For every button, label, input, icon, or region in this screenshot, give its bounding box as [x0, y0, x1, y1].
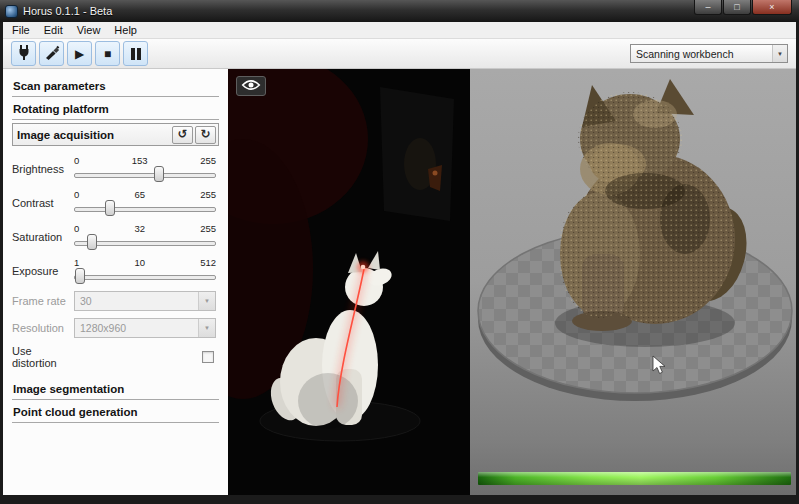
- window-controls: – □ ×: [694, 0, 792, 15]
- slider-value: 10: [134, 257, 145, 268]
- section-label: Point cloud generation: [13, 406, 138, 418]
- resolution-control: Resolution 1280x960 ▼: [12, 318, 219, 338]
- frame-rate-value: 30: [75, 295, 198, 307]
- dropdown-label: Frame rate: [12, 295, 74, 307]
- slider-min: 0: [74, 223, 79, 234]
- use-distortion-control: Use distortion: [12, 345, 219, 369]
- section-image-acquisition[interactable]: Image acquisition ↺ ↻: [12, 123, 219, 146]
- menu-item-view[interactable]: View: [70, 23, 108, 37]
- menu-item-file[interactable]: File: [5, 23, 37, 37]
- checkbox-label: Use distortion: [12, 345, 74, 369]
- camera-feed-illustration: [228, 69, 470, 495]
- preferences-button[interactable]: [39, 41, 64, 66]
- section-label: Scan parameters: [13, 80, 106, 92]
- saturation-control: Saturation 0 32 255: [12, 223, 219, 250]
- saturation-slider[interactable]: [74, 234, 216, 250]
- slider-thumb[interactable]: [87, 234, 97, 250]
- menubar: File Edit View Help: [3, 22, 796, 39]
- pause-icon: [130, 48, 142, 60]
- undo-button[interactable]: ↺: [172, 126, 193, 144]
- tool-icon: [44, 44, 60, 63]
- resolution-select: 1280x960 ▼: [74, 318, 216, 338]
- menu-item-help[interactable]: Help: [107, 23, 144, 37]
- frame-rate-select: 30 ▼: [74, 291, 216, 311]
- slider-label: Brightness: [12, 163, 74, 175]
- settings-panel: Scan parameters Rotating platform Image …: [3, 69, 228, 495]
- title-bar[interactable]: Horus 0.1.1 - Beta – □ ×: [0, 0, 799, 22]
- section-header-buttons: ↺ ↻: [172, 126, 216, 144]
- app-window: Horus 0.1.1 - Beta – □ × File Edit View …: [0, 0, 799, 504]
- pause-button[interactable]: [123, 41, 148, 66]
- section-scan-parameters[interactable]: Scan parameters: [12, 76, 219, 97]
- dropdown-label: Resolution: [12, 322, 74, 334]
- section-rotating-platform[interactable]: Rotating platform: [12, 99, 219, 120]
- resolution-value: 1280x960: [75, 322, 198, 334]
- contrast-slider[interactable]: [74, 200, 216, 216]
- main-area: Scan parameters Rotating platform Image …: [3, 69, 796, 495]
- slider-label: Contrast: [12, 197, 74, 209]
- slider-value: 153: [132, 155, 148, 166]
- slider-label: Saturation: [12, 231, 74, 243]
- section-label: Image acquisition: [17, 129, 114, 141]
- brightness-slider[interactable]: [74, 166, 216, 182]
- eye-icon: [241, 79, 261, 94]
- slider-min: 0: [74, 189, 79, 200]
- restore-default-button[interactable]: ↻: [195, 126, 216, 144]
- slider-thumb[interactable]: [154, 166, 164, 182]
- scan-progress-bar: [478, 472, 791, 485]
- window-title: Horus 0.1.1 - Beta: [23, 5, 689, 17]
- play-icon: ▶: [75, 48, 84, 60]
- app-icon: [5, 5, 18, 18]
- play-button[interactable]: ▶: [67, 41, 92, 66]
- chevron-down-icon: ▼: [198, 292, 215, 310]
- chevron-down-icon: ▼: [198, 319, 215, 337]
- brightness-control: Brightness 0 153 255: [12, 155, 219, 182]
- plug-icon: [16, 44, 32, 63]
- exposure-slider[interactable]: [74, 268, 216, 284]
- camera-feed-panel: [228, 69, 470, 495]
- minimize-button[interactable]: –: [694, 0, 722, 15]
- workbench-select-value: Scanning workbench: [636, 48, 733, 60]
- close-button[interactable]: ×: [752, 0, 792, 15]
- slider-thumb[interactable]: [75, 268, 85, 284]
- frame-rate-control: Frame rate 30 ▼: [12, 291, 219, 311]
- maximize-button[interactable]: □: [723, 0, 751, 15]
- slider-min: 1: [74, 257, 79, 268]
- slider-max: 512: [200, 257, 216, 268]
- toggle-preview-button[interactable]: [236, 76, 266, 96]
- slider-value: 65: [134, 189, 145, 200]
- section-label: Image segmentation: [13, 383, 124, 395]
- 3d-viewport[interactable]: [470, 69, 796, 495]
- section-point-cloud-generation[interactable]: Point cloud generation: [12, 402, 219, 423]
- slider-value: 32: [134, 223, 145, 234]
- image-acquisition-controls: Brightness 0 153 255 Contrast: [12, 148, 219, 379]
- slider-min: 0: [74, 155, 79, 166]
- menu-item-edit[interactable]: Edit: [37, 23, 70, 37]
- section-label: Rotating platform: [13, 103, 109, 115]
- connect-button[interactable]: [11, 41, 36, 66]
- toolbar: ▶ ■ Scanning workbench ▼: [3, 39, 796, 69]
- workbench-select[interactable]: Scanning workbench ▼: [630, 44, 788, 63]
- use-distortion-checkbox[interactable]: [202, 351, 214, 363]
- slider-max: 255: [200, 155, 216, 166]
- stop-button[interactable]: ■: [95, 41, 120, 66]
- stop-icon: ■: [104, 48, 111, 60]
- slider-label: Exposure: [12, 265, 74, 277]
- slider-max: 255: [200, 223, 216, 234]
- slider-thumb[interactable]: [105, 200, 115, 216]
- exposure-control: Exposure 1 10 512: [12, 257, 219, 284]
- scanned-model-illustration: [470, 69, 796, 495]
- contrast-control: Contrast 0 65 255: [12, 189, 219, 216]
- slider-max: 255: [200, 189, 216, 200]
- mouse-cursor: [652, 355, 666, 379]
- chevron-down-icon: ▼: [772, 45, 787, 62]
- redo-icon: ↻: [200, 127, 210, 141]
- section-image-segmentation[interactable]: Image segmentation: [12, 379, 219, 400]
- undo-icon: ↺: [177, 127, 187, 141]
